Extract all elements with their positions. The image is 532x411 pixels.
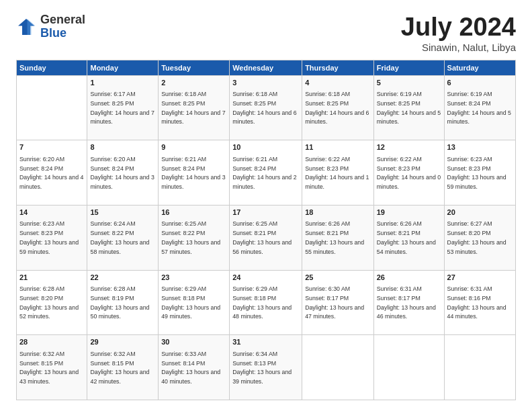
cell-sunrise: Sunrise: 6:29 AM — [232, 285, 277, 292]
cell-sunrise: Sunrise: 6:20 AM — [19, 156, 64, 163]
cell-sunset: Sunset: 8:24 PM — [90, 165, 134, 172]
table-row — [17, 75, 87, 140]
table-row: 19 Sunrise: 6:26 AM Sunset: 8:21 PM Dayl… — [373, 205, 444, 271]
table-row: 10 Sunrise: 6:21 AM Sunset: 8:24 PM Dayl… — [230, 140, 302, 205]
cell-sunset: Sunset: 8:19 PM — [90, 295, 134, 302]
calendar-week-row: 1 Sunrise: 6:17 AM Sunset: 8:25 PM Dayli… — [17, 75, 516, 140]
table-row: 17 Sunrise: 6:25 AM Sunset: 8:21 PM Dayl… — [230, 205, 302, 271]
header-tuesday: Tuesday — [159, 60, 230, 75]
cell-daylight: Daylight: 13 hours and 57 minutes. — [161, 239, 220, 255]
cell-sunrise: Sunrise: 6:19 AM — [447, 91, 492, 97]
header-friday: Friday — [373, 60, 444, 75]
calendar-week-row: 28 Sunrise: 6:32 AM Sunset: 8:15 PM Dayl… — [17, 335, 516, 400]
header-wednesday: Wednesday — [230, 60, 302, 75]
day-number: 19 — [377, 208, 441, 218]
cell-sunrise: Sunrise: 6:28 AM — [90, 285, 135, 292]
cell-daylight: Daylight: 14 hours and 2 minutes. — [232, 174, 296, 190]
day-number: 7 — [19, 142, 84, 152]
day-number: 22 — [90, 273, 155, 283]
cell-sunrise: Sunrise: 6:17 AM — [90, 91, 135, 97]
cell-daylight: Daylight: 14 hours and 3 minutes. — [161, 174, 225, 190]
cell-daylight: Daylight: 13 hours and 54 minutes. — [377, 239, 436, 255]
day-number: 10 — [232, 142, 299, 152]
cell-sunrise: Sunrise: 6:26 AM — [305, 220, 350, 227]
day-number: 11 — [305, 142, 371, 152]
cell-sunrise: Sunrise: 6:26 AM — [377, 220, 422, 227]
table-row: 6 Sunrise: 6:19 AM Sunset: 8:24 PM Dayli… — [444, 75, 515, 140]
cell-sunrise: Sunrise: 6:31 AM — [447, 285, 492, 292]
cell-sunset: Sunset: 8:14 PM — [161, 360, 205, 367]
cell-sunset: Sunset: 8:23 PM — [447, 165, 491, 172]
table-row — [302, 335, 374, 400]
title-block: July 2024 Sinawin, Nalut, Libya — [401, 13, 516, 53]
cell-sunset: Sunset: 8:24 PM — [19, 165, 63, 172]
day-number: 2 — [161, 78, 226, 88]
table-row: 13 Sunrise: 6:23 AM Sunset: 8:23 PM Dayl… — [444, 140, 515, 205]
table-row: 18 Sunrise: 6:26 AM Sunset: 8:21 PM Dayl… — [302, 205, 374, 271]
table-row: 12 Sunrise: 6:22 AM Sunset: 8:23 PM Dayl… — [373, 140, 444, 205]
cell-sunset: Sunset: 8:25 PM — [232, 100, 276, 107]
table-row: 2 Sunrise: 6:18 AM Sunset: 8:25 PM Dayli… — [159, 75, 230, 140]
day-number: 26 — [377, 273, 441, 283]
day-number: 9 — [161, 142, 226, 152]
cell-daylight: Daylight: 13 hours and 47 minutes. — [305, 304, 364, 320]
cell-sunset: Sunset: 8:24 PM — [232, 165, 276, 172]
calendar-header-row: Sunday Monday Tuesday Wednesday Thursday… — [17, 60, 516, 75]
cell-sunset: Sunset: 8:16 PM — [447, 295, 491, 302]
day-number: 1 — [90, 78, 155, 88]
cell-sunset: Sunset: 8:24 PM — [161, 165, 205, 172]
day-number: 18 — [305, 208, 371, 218]
cell-daylight: Daylight: 13 hours and 46 minutes. — [377, 304, 436, 320]
cell-daylight: Daylight: 13 hours and 50 minutes. — [90, 304, 149, 320]
table-row: 21 Sunrise: 6:28 AM Sunset: 8:20 PM Dayl… — [17, 270, 87, 335]
cell-sunrise: Sunrise: 6:18 AM — [305, 91, 350, 97]
table-row — [444, 335, 515, 400]
header: General Blue July 2024 Sinawin, Nalut, L… — [16, 13, 516, 53]
cell-sunset: Sunset: 8:18 PM — [232, 295, 276, 302]
cell-sunset: Sunset: 8:21 PM — [305, 230, 349, 236]
cell-sunrise: Sunrise: 6:28 AM — [19, 285, 64, 292]
cell-sunrise: Sunrise: 6:32 AM — [90, 351, 135, 357]
cell-daylight: Daylight: 14 hours and 6 minutes. — [232, 109, 296, 126]
logo-general-text: General — [40, 13, 85, 27]
day-number: 24 — [232, 273, 299, 283]
cell-sunrise: Sunrise: 6:21 AM — [232, 156, 277, 163]
cell-sunset: Sunset: 8:25 PM — [161, 100, 205, 107]
cell-sunset: Sunset: 8:24 PM — [447, 100, 491, 107]
cell-daylight: Daylight: 14 hours and 3 minutes. — [90, 174, 154, 190]
table-row: 9 Sunrise: 6:21 AM Sunset: 8:24 PM Dayli… — [159, 140, 230, 205]
cell-daylight: Daylight: 13 hours and 48 minutes. — [232, 304, 292, 320]
table-row: 11 Sunrise: 6:22 AM Sunset: 8:23 PM Dayl… — [302, 140, 374, 205]
logo: General Blue — [16, 13, 85, 40]
day-number: 14 — [19, 208, 84, 218]
cell-sunset: Sunset: 8:23 PM — [305, 165, 349, 172]
day-number: 15 — [90, 208, 155, 218]
cell-sunrise: Sunrise: 6:23 AM — [19, 220, 64, 227]
cell-daylight: Daylight: 13 hours and 59 minutes. — [19, 239, 79, 255]
table-row: 28 Sunrise: 6:32 AM Sunset: 8:15 PM Dayl… — [17, 335, 87, 400]
table-row: 3 Sunrise: 6:18 AM Sunset: 8:25 PM Dayli… — [230, 75, 302, 140]
svg-marker-0 — [18, 19, 34, 35]
table-row: 14 Sunrise: 6:23 AM Sunset: 8:23 PM Dayl… — [17, 205, 87, 271]
day-number: 5 — [377, 78, 441, 88]
cell-sunrise: Sunrise: 6:30 AM — [305, 285, 350, 292]
table-row: 24 Sunrise: 6:29 AM Sunset: 8:18 PM Dayl… — [230, 270, 302, 335]
day-number: 6 — [447, 78, 513, 88]
day-number: 25 — [305, 273, 371, 283]
cell-sunrise: Sunrise: 6:27 AM — [447, 220, 492, 227]
cell-sunset: Sunset: 8:25 PM — [305, 100, 349, 107]
logo-icon — [16, 17, 36, 37]
day-number: 30 — [161, 337, 226, 347]
cell-sunset: Sunset: 8:17 PM — [305, 295, 349, 302]
cell-sunset: Sunset: 8:22 PM — [90, 230, 134, 236]
day-number: 12 — [377, 142, 441, 152]
table-row: 31 Sunrise: 6:34 AM Sunset: 8:13 PM Dayl… — [230, 335, 302, 400]
cell-daylight: Daylight: 13 hours and 39 minutes. — [232, 369, 292, 385]
svg-marker-1 — [28, 19, 36, 35]
cell-daylight: Daylight: 13 hours and 42 minutes. — [90, 369, 149, 385]
cell-sunrise: Sunrise: 6:23 AM — [447, 156, 492, 163]
cell-daylight: Daylight: 13 hours and 58 minutes. — [90, 239, 149, 255]
cell-sunset: Sunset: 8:21 PM — [232, 230, 276, 236]
table-row: 23 Sunrise: 6:29 AM Sunset: 8:18 PM Dayl… — [159, 270, 230, 335]
table-row — [373, 335, 444, 400]
